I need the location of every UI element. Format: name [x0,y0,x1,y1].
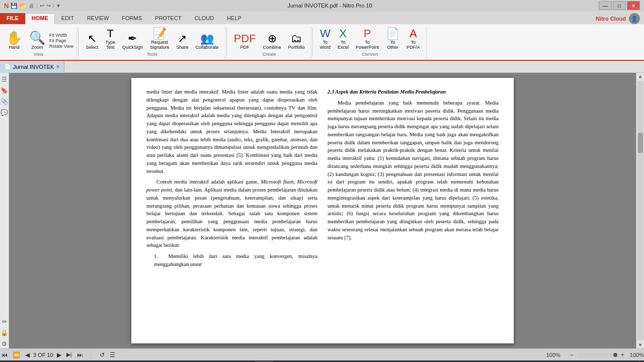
sidebar-signatures-icon[interactable]: 🔒 [0,328,9,337]
minimize-button[interactable]: — [599,1,612,10]
tb-save-icon[interactable]: 💾 [11,3,18,9]
zoom-level: 100% [546,352,560,358]
tb-customize-icon[interactable]: ▼ [56,3,61,9]
to-excel-icon: X [340,28,347,39]
user-avatar[interactable]: 👤 [629,13,640,24]
doc-tab-label: Jurnal INVOTEK [13,64,54,70]
pdf-column-2: 2.3 Aspek dan Kriteria Penilaian Media P… [328,88,499,333]
pdf-column-1: media linier dan media interaktif. Media… [146,88,317,333]
to-ppt-label: ToPowerPoint [356,40,379,50]
close-button[interactable]: ✕ [627,1,640,10]
tab-forms[interactable]: FORMS [115,13,148,24]
nav-loop-button[interactable]: ↺ [98,351,106,359]
nav-prev-prev-button[interactable]: ⏪ [11,351,22,359]
portfolio-icon: 🗂 [291,33,302,44]
select-label: Select [86,45,98,50]
create-group-buttons: PDF PDF ⊕ Combine 🗂 Portfolio [231,27,308,51]
title-bar: N 💾 📂 🖨 | ↩ ↪ | ▼ Jurnal INVOTEK.pdf - N… [0,0,644,11]
portfolio-label: Portfolio [288,45,305,50]
hand-icon: ✋ [6,31,22,44]
pdf-button[interactable]: PDF PDF [231,32,259,51]
portfolio-button[interactable]: 🗂 Portfolio [285,32,308,51]
tb-print-icon[interactable]: 🖨 [29,3,34,9]
main-area: ☰ 🔖 📎 💬 ✏ 🔒 ⚙ media linier dan media int… [0,73,644,348]
hand-zoom-group: ✋ Hand 🔍 Zoom Fit Width Fit Page Rotate … [3,30,73,51]
tab-protect[interactable]: PROTECT [148,13,188,24]
tb-undo-icon[interactable]: ↩ [40,3,44,9]
to-excel-label: ToExcel [338,40,349,50]
zoom-in-button[interactable]: + [619,351,626,359]
tb-open-icon[interactable]: 📂 [20,3,27,9]
tab-home[interactable]: HOME [25,13,55,24]
nav-last-button[interactable]: ⏭ [75,351,85,359]
bottom-nav-bar: ⏮ ⏪ ◀ 3 OF 10 ▶ ▶| ⏭ | ↺ ☰ 100% − + 100% [0,348,644,360]
zoom-icon: 🔍 [29,31,45,44]
collaborate-icon: 👥 [200,33,214,44]
doc-tab-icon: 📄 [4,63,11,70]
request-signature-button[interactable]: 📝 RequestSignature [147,27,173,51]
scroll-track[interactable] [637,81,643,340]
nav-next-button[interactable]: ▶| [65,351,73,358]
combine-button[interactable]: ⊕ Combine [260,32,284,51]
scrollbar-right[interactable]: ▲ ▼ [636,73,644,348]
fit-page-button[interactable]: Fit Page [49,38,73,43]
ribbon-group-convert: W ToWord X ToExcel P ToPowerPoint 📄 ToOt… [314,26,427,58]
to-pdfa-button[interactable]: A ToPDF/A [404,27,423,51]
collaborate-label: Collaborate [196,45,219,50]
zoom-button[interactable]: 🔍 Zoom [26,30,48,51]
doc-tab-close[interactable]: ✕ [56,64,60,69]
combine-icon: ⊕ [268,33,277,44]
sidebar-settings-icon[interactable]: ⚙ [1,339,8,348]
hand-button[interactable]: ✋ Hand [3,30,25,51]
to-other-button[interactable]: 📄 ToOther [383,27,403,51]
share-button[interactable]: ↗ Share [173,32,191,51]
tab-edit[interactable]: EDIT [55,13,80,24]
sidebar-fields-icon[interactable]: ✏ [1,317,8,326]
tab-cloud[interactable]: CLOUD [188,13,221,24]
hand-label: Hand [9,45,20,50]
scroll-down-button[interactable]: ▼ [637,341,643,348]
tb-redo-icon[interactable]: ↪ [46,3,51,9]
quicksign-label: QuickSign [122,45,143,50]
nitro-cloud-label[interactable]: Nitro Cloud [596,16,626,22]
nitro-cloud-area: Nitro Cloud 👤 [596,13,644,24]
document-tab-bar: 📄 Jurnal INVOTEK ✕ [0,61,644,73]
type-text-button[interactable]: T TypeText [102,27,118,51]
nav-prev-button[interactable]: ◀ [24,351,31,359]
zoom-out-button[interactable]: − [569,351,575,359]
zoom-label: Zoom [31,45,43,50]
tab-help[interactable]: HELP [220,13,248,24]
scroll-up-button[interactable]: ▲ [637,73,643,80]
nav-play-button[interactable]: ▶ [55,351,63,359]
sidebar-comments-icon[interactable]: 💬 [0,108,9,117]
fit-width-button[interactable]: Fit Width [49,33,73,38]
to-other-label: ToOther [387,40,398,50]
to-word-button[interactable]: W ToWord [317,27,334,51]
pdf-icon: PDF [234,33,256,44]
scroll-thumb[interactable] [638,133,643,153]
nav-first-button[interactable]: ⏮ [0,351,9,359]
tab-review[interactable]: REVIEW [80,13,115,24]
nav-menu-button[interactable]: ☰ [108,351,117,359]
sidebar-pages-icon[interactable]: ☰ [1,75,8,84]
maximize-button[interactable]: □ [613,1,626,10]
window-controls[interactable]: — □ ✕ [599,1,640,10]
sidebar-bookmarks-icon[interactable]: 🔖 [0,86,9,95]
left-sidebar: ☰ 🔖 📎 💬 ✏ 🔒 ⚙ [0,73,9,348]
view-options: Fit Width Fit Page Rotate View [49,33,73,49]
tab-file[interactable]: FILE [0,13,25,24]
to-powerpoint-button[interactable]: P ToPowerPoint [353,27,382,51]
quicksign-button[interactable]: ✒ QuickSign [119,32,146,51]
zoom-slider[interactable] [577,353,617,357]
pdf-page: media linier dan media interaktif. Media… [131,78,514,343]
rotate-view-button[interactable]: Rotate View [49,44,73,49]
sidebar-attachments-icon[interactable]: 📎 [0,97,9,106]
collaborate-button[interactable]: 👥 Collaborate [193,32,222,51]
ribbon-group-view: ✋ Hand 🔍 Zoom Fit Width Fit Page Rotate … [0,26,77,58]
tools-group-buttons: ↖ Select T TypeText ✒ QuickSign 📝 Reques… [83,27,221,51]
select-button[interactable]: ↖ Select [83,32,101,51]
request-sig-icon: 📝 [153,28,167,39]
to-ppt-icon: P [364,28,371,39]
to-excel-button[interactable]: X ToExcel [335,27,352,51]
document-tab[interactable]: 📄 Jurnal INVOTEK ✕ [0,61,64,73]
